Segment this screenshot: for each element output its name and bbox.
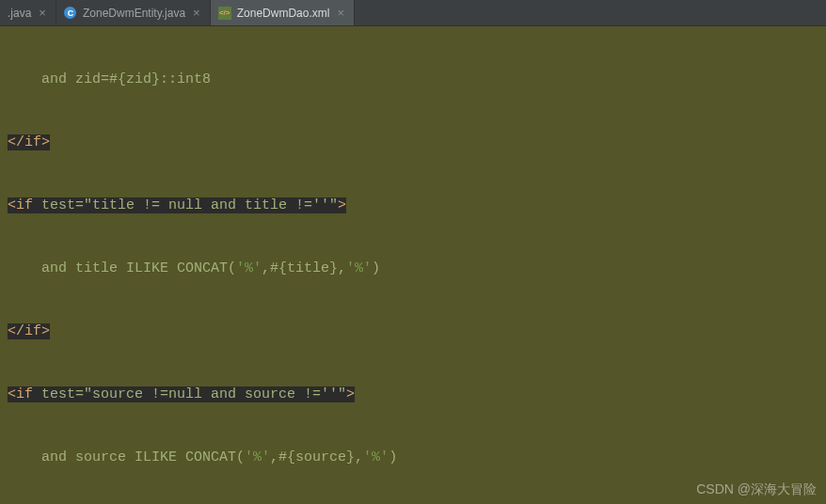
code-line: </if> <box>8 127 826 159</box>
tab-java[interactable]: .java × <box>0 0 56 25</box>
close-icon[interactable]: × <box>193 6 200 20</box>
tab-label: ZoneDwmDao.xml <box>237 7 330 20</box>
code-line: <if test="title != null and title !=''"> <box>8 190 826 222</box>
tab-label: .java <box>8 7 31 20</box>
close-icon[interactable]: × <box>39 6 46 20</box>
watermark: CSDN @深海大冒险 <box>696 481 817 498</box>
tab-dao-xml[interactable]: ZoneDwmDao.xml × <box>211 0 355 25</box>
code-line: <if test="source !=null and source !=''"… <box>8 379 826 411</box>
tab-bar: .java × C ZoneDwmEntity.java × ZoneDwmDa… <box>0 0 826 26</box>
code-line: </if> <box>8 316 826 348</box>
code-line: and zid=#{zid}::int8 <box>8 64 826 96</box>
code-editor[interactable]: and zid=#{zid}::int8 </if> <if test="tit… <box>0 26 826 504</box>
close-icon[interactable]: × <box>337 6 344 20</box>
tab-entity[interactable]: C ZoneDwmEntity.java × <box>56 0 211 25</box>
tab-label: ZoneDwmEntity.java <box>83 7 185 20</box>
xml-icon <box>218 7 231 20</box>
code-line: and source ILIKE CONCAT('%',#{source},'%… <box>8 442 826 474</box>
code-line: and title ILIKE CONCAT('%',#{title},'%') <box>8 253 826 285</box>
class-icon: C <box>64 7 77 20</box>
